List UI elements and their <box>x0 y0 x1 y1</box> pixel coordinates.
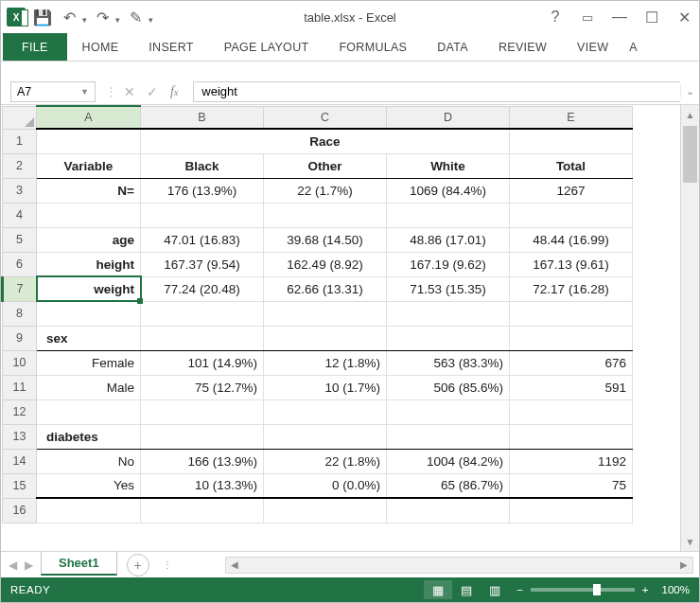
cell[interactable]: 162.49 (8.92) <box>264 252 387 276</box>
cell[interactable] <box>37 399 141 424</box>
cell[interactable] <box>141 424 264 449</box>
expand-formula-bar-button[interactable]: ⌄ <box>680 85 699 98</box>
cell[interactable] <box>37 301 141 326</box>
cell[interactable]: Race <box>141 129 510 153</box>
cell[interactable]: Variable <box>37 153 141 178</box>
row-header[interactable]: 2 <box>3 153 37 178</box>
row-header[interactable]: 10 <box>3 350 37 375</box>
cell[interactable] <box>37 498 141 523</box>
cell[interactable] <box>37 203 141 227</box>
tab-review[interactable]: REVIEW <box>483 33 562 61</box>
cell[interactable]: 12 (1.8%) <box>264 350 387 375</box>
col-header-C[interactable]: C <box>264 106 387 129</box>
cell[interactable] <box>387 498 510 523</box>
cancel-formula-button[interactable]: ✕ <box>119 81 140 102</box>
cell[interactable]: 22 (1.7%) <box>264 178 387 203</box>
enter-formula-button[interactable]: ✓ <box>142 81 163 102</box>
cell[interactable]: 75 (12.7%) <box>141 375 264 399</box>
row-header[interactable]: 14 <box>3 449 37 473</box>
customize-button[interactable]: ✎ <box>124 6 147 28</box>
view-page-break-button[interactable]: ▥ <box>481 580 509 599</box>
row-header[interactable]: 8 <box>3 301 37 326</box>
row-header[interactable]: 1 <box>3 129 37 153</box>
row-header[interactable]: 5 <box>3 227 37 252</box>
view-normal-button[interactable]: ▦ <box>424 580 452 599</box>
cell[interactable]: 1192 <box>510 449 633 473</box>
horizontal-scrollbar[interactable]: ◀ ▶ <box>225 557 693 574</box>
col-header-A[interactable]: A <box>37 106 141 129</box>
next-sheet-button[interactable]: ▶ <box>25 559 33 572</box>
cell[interactable]: 101 (14.9%) <box>141 350 264 375</box>
add-sheet-button[interactable]: + <box>127 554 149 576</box>
cell[interactable]: 75 <box>510 473 633 498</box>
cell[interactable]: White <box>387 153 510 178</box>
tab-file[interactable]: FILE <box>3 33 67 61</box>
cell[interactable]: Black <box>141 153 264 178</box>
cell[interactable] <box>387 203 510 227</box>
cell[interactable] <box>510 399 633 424</box>
formula-input[interactable]: weight <box>193 81 680 102</box>
row-header[interactable]: 11 <box>3 375 37 399</box>
cell[interactable]: 47.01 (16.83) <box>141 227 264 252</box>
cell[interactable]: 1069 (84.4%) <box>387 178 510 203</box>
cell[interactable]: Total <box>510 153 633 178</box>
cell[interactable]: diabetes <box>37 424 141 449</box>
row-header[interactable]: 4 <box>3 203 37 227</box>
cell[interactable] <box>264 301 387 326</box>
cell[interactable] <box>510 498 633 523</box>
cell[interactable]: Other <box>264 153 387 178</box>
row-header[interactable]: 16 <box>3 498 37 523</box>
cell[interactable]: 506 (85.6%) <box>387 375 510 399</box>
cell[interactable]: 77.24 (20.48) <box>141 276 264 301</box>
zoom-out-button[interactable]: − <box>516 584 523 595</box>
scroll-up-icon[interactable]: ▲ <box>681 105 699 124</box>
cell[interactable] <box>141 326 264 350</box>
prev-sheet-button[interactable]: ◀ <box>9 559 17 572</box>
cell[interactable] <box>387 424 510 449</box>
row-header[interactable]: 9 <box>3 326 37 350</box>
row-header[interactable]: 13 <box>3 424 37 449</box>
row-header[interactable]: 12 <box>3 399 37 424</box>
cell[interactable]: Female <box>37 350 141 375</box>
cell[interactable]: 1004 (84.2%) <box>387 449 510 473</box>
cell[interactable]: 65 (86.7%) <box>387 473 510 498</box>
col-header-E[interactable]: E <box>510 106 633 129</box>
ribbon-options-button[interactable]: ▭ <box>578 8 597 27</box>
zoom-slider[interactable] <box>531 588 635 592</box>
cell[interactable]: height <box>37 252 141 276</box>
cell[interactable]: 591 <box>510 375 633 399</box>
cell[interactable]: Yes <box>37 473 141 498</box>
tab-home[interactable]: HOME <box>67 33 134 61</box>
cell[interactable]: 176 (13.9%) <box>141 178 264 203</box>
cell[interactable]: 0 (0.0%) <box>264 473 387 498</box>
cell[interactable] <box>387 399 510 424</box>
cell[interactable]: 676 <box>510 350 633 375</box>
cell[interactable]: 167.19 (9.62) <box>387 252 510 276</box>
cell[interactable] <box>264 399 387 424</box>
cell[interactable]: age <box>37 227 141 252</box>
tab-page-layout[interactable]: PAGE LAYOUT <box>209 33 324 61</box>
scroll-left-icon[interactable]: ◀ <box>226 559 243 570</box>
close-button[interactable]: ✕ <box>674 8 693 27</box>
redo-dropdown-icon[interactable]: ▾ <box>115 15 120 28</box>
tab-formulas[interactable]: FORMULAS <box>324 33 422 61</box>
cell[interactable] <box>387 326 510 350</box>
cell[interactable]: sex <box>37 326 141 350</box>
undo-button[interactable]: ↶ <box>58 6 80 28</box>
cell[interactable]: 22 (1.8%) <box>264 449 387 473</box>
col-header-B[interactable]: B <box>141 106 264 129</box>
maximize-button[interactable]: ☐ <box>642 8 661 27</box>
cell[interactable] <box>510 326 633 350</box>
cell[interactable] <box>264 498 387 523</box>
cell[interactable] <box>264 203 387 227</box>
vertical-scrollbar[interactable]: ▲ ▼ <box>680 105 699 551</box>
tab-view[interactable]: VIEW <box>562 33 623 61</box>
cell[interactable] <box>510 424 633 449</box>
cell-selected[interactable]: weight <box>37 276 141 301</box>
tabs-divider-icon[interactable]: ⋮ <box>149 559 187 570</box>
cell[interactable]: 48.44 (16.99) <box>510 227 633 252</box>
cell[interactable]: 166 (13.9%) <box>141 449 264 473</box>
customize-dropdown-icon[interactable]: ▾ <box>149 15 153 28</box>
scroll-down-icon[interactable]: ▼ <box>681 532 699 551</box>
row-header[interactable]: 15 <box>3 473 37 498</box>
